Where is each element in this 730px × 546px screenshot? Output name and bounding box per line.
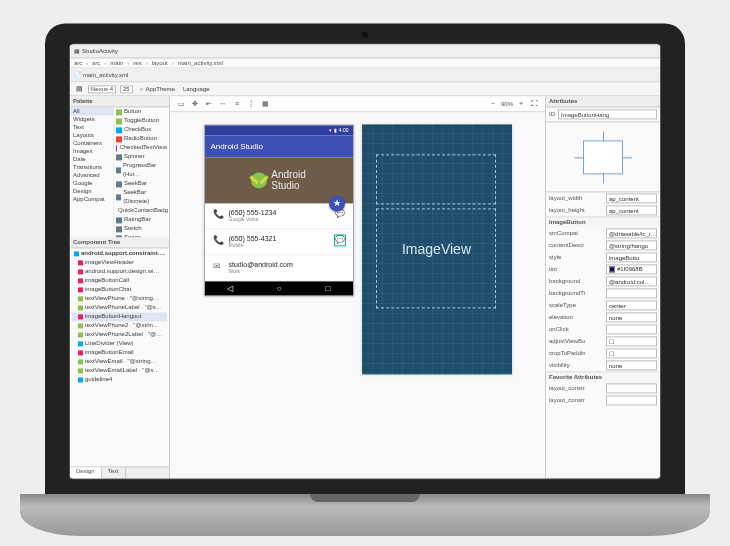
align-left-icon[interactable]: ⇤ (204, 99, 214, 109)
palette-category[interactable]: Widgets (70, 115, 113, 123)
palette-toggle-icon[interactable]: ▤ (74, 84, 84, 94)
file-tab[interactable]: 📄 main_activity.xml (74, 71, 128, 78)
crumb[interactable]: res (133, 60, 141, 66)
canvas-toolbar: ▭ ✥ ⇤ ↔ ≡ ┊ ▦ − 90% + ⛶ (170, 96, 545, 112)
tree-node[interactable]: imageViewHeader (72, 258, 167, 267)
palette-category[interactable]: Design (70, 187, 113, 195)
palette-category[interactable]: Images (70, 147, 113, 155)
tab-text[interactable]: Text (102, 467, 126, 478)
palette-item[interactable]: Button (114, 107, 169, 116)
home-icon[interactable]: ○ (277, 284, 282, 293)
tree-node[interactable]: imageButtonCall (72, 276, 167, 285)
color-swatch-icon (609, 266, 615, 272)
tree-node[interactable]: imageButtonHangout (72, 312, 167, 321)
adjustviewbounds-field[interactable]: ☐ (606, 336, 657, 346)
palette-item[interactable]: CheckBox (114, 125, 169, 134)
tab-design[interactable]: Design (70, 467, 102, 478)
tint-field[interactable]: #1f0968B (606, 264, 657, 274)
palette-item[interactable]: CheckedTextView (114, 143, 169, 152)
srccompat-field[interactable]: @drawable/ic_r… (606, 228, 657, 238)
zoom-out-icon[interactable]: − (488, 99, 498, 109)
tree-node[interactable]: guideline4 (72, 375, 167, 384)
tree-node[interactable]: LineDivider (View) (72, 339, 167, 348)
backgroundtint-field[interactable] (606, 288, 657, 298)
palette-item[interactable]: Switch (114, 224, 169, 233)
tree-node[interactable]: textViewPhone · "@string… (72, 294, 167, 303)
onclick-field[interactable] (606, 324, 657, 334)
palette-category[interactable]: Date (70, 155, 113, 163)
device-selector[interactable]: Nexus 4 (88, 85, 116, 93)
select-tool-icon[interactable]: ▭ (176, 99, 186, 109)
align-center-icon[interactable]: ↔ (218, 99, 228, 109)
palette-item[interactable]: ProgressBar (Hor… (114, 161, 169, 179)
tree-node[interactable]: textViewEmailLabel · "@s… (72, 366, 167, 375)
palette-item[interactable]: SeekBar (114, 179, 169, 188)
crumb[interactable]: arc (74, 60, 82, 66)
zoom-in-icon[interactable]: + (516, 99, 526, 109)
palette-item[interactable]: SeekBar (Discrete) (114, 188, 169, 206)
tree-node[interactable]: textViewEmail · "@string… (72, 357, 167, 366)
crumb[interactable]: main (110, 60, 123, 66)
tree-node[interactable]: textViewPhoneLabel · "@s… (72, 303, 167, 312)
crumb[interactable]: main_activity.xml (178, 60, 223, 66)
palette-category[interactable]: All (70, 107, 113, 115)
contact-action-icon[interactable]: 💬 (335, 235, 345, 245)
node-icon (78, 350, 83, 355)
back-icon[interactable]: ◁ (227, 284, 233, 293)
guidelines-icon[interactable]: ┊ (246, 99, 256, 109)
palette-item[interactable]: RatingBar (114, 215, 169, 224)
palette-category[interactable]: Advanced (70, 171, 113, 179)
style-field[interactable]: imageButto (606, 252, 657, 262)
pan-tool-icon[interactable]: ✥ (190, 99, 200, 109)
distribute-icon[interactable]: ≡ (232, 99, 242, 109)
tree-node[interactable]: imageButtonChat (72, 285, 167, 294)
design-preview[interactable]: ▾ ▮ 4:00 Android Studio Android Studio ★ (204, 124, 354, 296)
crumb[interactable]: src (92, 60, 100, 66)
design-text-tabs: Design Text (70, 466, 169, 478)
palette-item[interactable]: RadioButton (114, 134, 169, 143)
palette-item[interactable]: ToggleButton (114, 116, 169, 125)
theme-selector[interactable]: ☼ AppTheme (137, 86, 177, 92)
crumb[interactable]: layout (152, 60, 168, 66)
design-canvas[interactable]: ▾ ▮ 4:00 Android Studio Android Studio ★ (170, 112, 545, 478)
palette-item[interactable]: Spinner (114, 152, 169, 161)
tree-node[interactable]: textViewPhone2Label · "@… (72, 330, 167, 339)
tree-root[interactable]: android.support.constraint.Co… (72, 249, 167, 258)
contentdesc-field[interactable]: @string/hango (606, 240, 657, 250)
background-field[interactable]: @android:col… (606, 276, 657, 286)
palette-category[interactable]: Transitions (70, 163, 113, 171)
recents-icon[interactable]: □ (326, 284, 331, 293)
widget-icon (116, 167, 121, 173)
constraint-inspector[interactable] (546, 122, 660, 191)
blueprint-toggle-icon[interactable]: ▦ (260, 99, 270, 109)
layout-width-field[interactable]: ap_content (606, 193, 657, 203)
palette-category[interactable]: Containers (70, 139, 113, 147)
fab-star[interactable]: ★ (329, 195, 345, 211)
croptopadding-field[interactable]: ☐ (606, 348, 657, 358)
node-icon (78, 359, 83, 364)
palette-category[interactable]: Text (70, 123, 113, 131)
tree-node[interactable]: android.support.design.wi… (72, 267, 167, 276)
project-tab[interactable]: ▦ StudioActivity (74, 47, 118, 54)
scaletype-field[interactable]: center (606, 300, 657, 310)
elevation-field[interactable]: none (606, 312, 657, 322)
node-icon (78, 341, 83, 346)
tree-node[interactable]: imageButtonEmail (72, 348, 167, 357)
language-selector[interactable]: Language (181, 86, 212, 92)
layout-height-field[interactable]: ap_content (606, 205, 657, 215)
api-selector[interactable]: 25 (120, 85, 133, 93)
palette-category[interactable]: Google (70, 179, 113, 187)
contact-number: studio@android.com (229, 261, 345, 268)
id-field[interactable]: ImageButtonHang (558, 109, 657, 119)
contact-number: (650) 555-1234 (229, 209, 329, 216)
palette-item[interactable]: QuickContactBadg (114, 206, 169, 215)
component-tree[interactable]: android.support.constraint.Co…imageViewH… (70, 248, 169, 466)
blueprint-preview[interactable]: ImageView (362, 124, 512, 374)
layout-constr1-field[interactable] (606, 383, 657, 393)
palette-category[interactable]: AppCompat (70, 195, 113, 203)
layout-constr2-field[interactable] (606, 395, 657, 405)
visibility-field[interactable]: none (606, 360, 657, 370)
palette-category[interactable]: Layouts (70, 131, 113, 139)
zoom-fit-icon[interactable]: ⛶ (529, 99, 539, 109)
tree-node[interactable]: textViewPhone2 · "@strin… (72, 321, 167, 330)
